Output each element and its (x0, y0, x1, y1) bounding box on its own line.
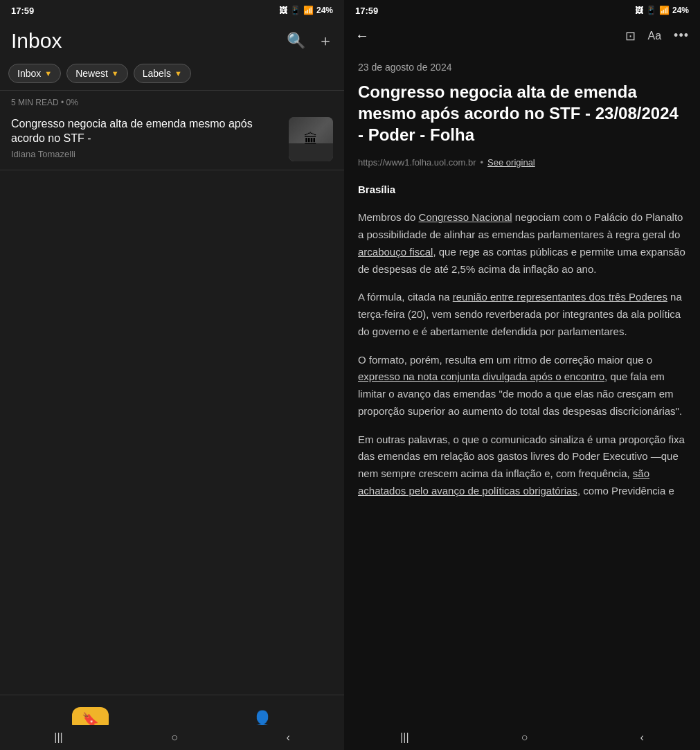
article-text: Congresso negocia alta de emenda mesmo a… (11, 117, 282, 159)
system-nav-right: ||| ○ ‹ (344, 725, 700, 750)
article-content: 23 de agosto de 2024 Congresso negocia a… (344, 51, 700, 725)
paragraph-1: Membros do Congresso Nacional negociam c… (358, 209, 686, 278)
arcabouco-link[interactable]: arcabouço fiscal (358, 246, 433, 258)
whatsapp-icon: 📱 (290, 6, 300, 15)
filter-newest[interactable]: Newest ▼ (66, 64, 128, 83)
menu-button-right[interactable]: ||| (400, 731, 409, 744)
time-left: 17:59 (11, 6, 34, 16)
article-title: Congresso negocia alta de emenda mesmo a… (11, 117, 282, 146)
page-title: Inbox (11, 29, 62, 53)
outline-view-button[interactable]: ⊡ (625, 28, 636, 44)
home-button-right[interactable]: ○ (521, 731, 528, 744)
source-url: https://www1.folha.uol.com.br (358, 157, 476, 168)
time-right: 17:59 (355, 6, 378, 16)
chevron-down-icon: ▼ (174, 69, 182, 78)
back-button[interactable]: ← (355, 28, 369, 44)
filter-inbox[interactable]: Inbox ▼ (8, 64, 61, 83)
battery-left: 24% (316, 6, 333, 15)
paragraph-2: A fórmula, citada na reunião entre repre… (358, 289, 686, 340)
battery-right: 24% (672, 6, 689, 15)
back-button-right[interactable]: ‹ (640, 731, 644, 744)
status-bar-right: 17:59 🖼 📱 📶 24% (344, 0, 700, 21)
photo-icon: 🖼 (279, 6, 287, 15)
right-panel: 17:59 🖼 📱 📶 24% ← ⊡ Aa ••• 23 de agosto … (344, 0, 700, 750)
status-icons-left: 🖼 📱 📶 24% (279, 6, 333, 15)
search-button[interactable]: 🔍 (287, 32, 305, 50)
system-nav-left: ||| ○ ‹ (0, 725, 344, 750)
font-size-button[interactable]: Aa (648, 30, 662, 42)
reuniao-link[interactable]: reunião entre representantes dos três Po… (453, 291, 667, 303)
article-body: Brasília Membros do Congresso Nacional n… (358, 181, 686, 500)
photo-icon-right: 🖼 (635, 6, 643, 15)
whatsapp-icon-right: 📱 (646, 6, 656, 15)
wifi-icon-right: 📶 (659, 6, 670, 15)
see-original-link[interactable]: See original (487, 157, 535, 168)
top-bar-right: ← ⊡ Aa ••• (344, 21, 700, 51)
add-button[interactable]: ＋ (318, 30, 333, 51)
achatados-link[interactable]: são achatados pelo avanço de políticas o… (358, 467, 649, 497)
status-icons-right: 🖼 📱 📶 24% (635, 6, 689, 15)
back-button-left[interactable]: ‹ (286, 731, 289, 744)
article-date: 23 de agosto de 2024 (358, 62, 686, 73)
chevron-down-icon: ▼ (111, 69, 119, 78)
read-info: 5 MIN READ • 0% (0, 91, 344, 111)
more-options-button[interactable]: ••• (674, 28, 689, 43)
chevron-down-icon: ▼ (44, 69, 52, 78)
expresso-link[interactable]: expresso na nota conjunta divulgada após… (358, 370, 604, 382)
divider-article (0, 170, 344, 170)
paragraph-3: O formato, porém, resulta em um ritmo de… (358, 352, 686, 420)
filter-row: Inbox ▼ Newest ▼ Labels ▼ (0, 60, 344, 90)
article-thumbnail (289, 117, 333, 161)
paragraph-4: Em outras palavras, o que o comunicado s… (358, 431, 686, 500)
header-left: Inbox 🔍 ＋ (0, 21, 344, 60)
article-author: Idiana Tomazelli (11, 149, 282, 159)
menu-button-left[interactable]: ||| (54, 731, 62, 744)
article-main-title: Congresso negocia alta de emenda mesmo a… (358, 81, 686, 146)
header-icons: 🔍 ＋ (287, 30, 333, 51)
thumb-image (289, 117, 333, 161)
article-source-row: https://www1.folha.uol.com.br • See orig… (358, 157, 686, 168)
home-button-left[interactable]: ○ (171, 731, 178, 744)
location-label: Brasília (358, 181, 686, 199)
congresso-nacional-link[interactable]: Congresso Nacional (419, 211, 512, 223)
article-list-item[interactable]: Congresso negocia alta de emenda mesmo a… (0, 111, 344, 170)
wifi-icon: 📶 (303, 6, 314, 15)
left-panel: 17:59 🖼 📱 📶 24% Inbox 🔍 ＋ Inbox ▼ Newest… (0, 0, 344, 750)
status-bar-left: 17:59 🖼 📱 📶 24% (0, 0, 344, 21)
filter-labels[interactable]: Labels ▼ (134, 64, 191, 83)
top-bar-icons: ⊡ Aa ••• (625, 28, 689, 44)
